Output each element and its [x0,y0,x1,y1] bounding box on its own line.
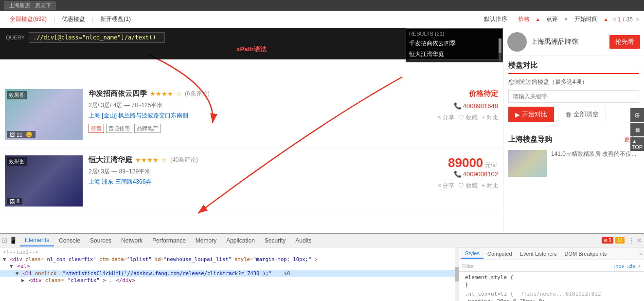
results-list: 千发招商依云四季 恒大江湾华庭 [409,38,500,60]
listing-stars-2: ★★★★ [135,156,159,164]
tab-performance[interactable]: Performance [147,235,191,246]
listing-info-1: 华发招商依云四季 ★★★★ ☆ (6条评论) 2居/ 3居/ 4居 — 78~1… [89,89,405,133]
listing-detail-2: 2居/ 3居 — 89~129平米 [89,168,405,176]
result-item-1: 千发招商依云四季 [409,38,500,49]
fav-btn-1[interactable]: ♡ 收藏 [458,113,477,122]
filter-opening-sort[interactable]: 开始时间 [570,13,603,25]
xpath-query-input[interactable] [29,32,165,43]
listing-detail-1: 2居/ 3居/ 4居 — 78~125平米 [89,101,405,110]
share-float-icon[interactable]: ⊕ [630,108,644,122]
filter-all[interactable]: 全部楼盘(692) [5,13,52,25]
share-btn-1[interactable]: < 分享 [438,113,454,122]
code-line-4[interactable]: ▼ <li onclick= "statisticsClickUrl('//ad… [0,270,459,277]
listing-name-2[interactable]: 恒大江湾华庭 [89,155,132,165]
listing-half-star-1: ☆ [176,90,182,97]
right-tab-more[interactable]: » [639,251,642,257]
tag-brand[interactable]: 品牌地产 [134,124,161,133]
devtools-main: <!--tab1--> ▼ <div class="nl_con clearfi… [0,247,644,301]
top-float-icon[interactable]: ▲TOP [630,137,644,151]
devtools-html-tree: <!--tab1--> ▼ <div class="nl_con clearfi… [0,247,459,301]
devtools-cursor-icon[interactable]: ⊡ [2,237,7,244]
filter-new[interactable]: 新开楼盘(1) [95,13,136,25]
page-wrapper: 上海新房 - 房天下 全部楼盘(692) | 优惠楼盘 | 新开楼盘(1) 默认… [0,0,644,301]
thumb-count-1: 🖼 11 😊 [7,131,36,138]
browser-tab[interactable]: 上海新房 - 房天下 [4,1,56,10]
share-btn-2[interactable]: < 分享 [438,182,454,190]
thumb-count-2: 🖼 8 [7,198,22,205]
listing-location-2[interactable]: 上海 浦东 三闸路4366弄 [89,178,405,186]
guide-section-header: 上海楼盘导购 更多> [503,131,644,148]
tag-sale[interactable]: 待售 [89,124,104,133]
fav-btn-2[interactable]: ♡ 收藏 [458,182,477,190]
guide-thumb-row: 141.0㎡精致精装房 改善的不仅... [503,148,644,179]
devtools-right-tabs: Styles Computed Event Listeners DOM Brea… [459,247,644,260]
tab-elements[interactable]: Elements [20,235,54,246]
compare-subtitle: 您浏览过的楼盘（最多选4项） [508,78,639,86]
results-title: RESULTS (21) [409,31,500,37]
devtools-more-icon[interactable]: ⋮ [628,237,635,244]
right-tab-dom-breakpoints[interactable]: DOM Breakpoints [561,249,611,258]
listing-actions-2: < 分享 ♡ 收藏 + 对比 [411,182,498,190]
listing-phone-2[interactable]: 📞 4009008102 [411,170,498,178]
right-tab-event-listeners[interactable]: Event Listeners [516,249,561,258]
brand-name: 上海禹洲品牌馆 [531,38,609,46]
filter-promo[interactable]: 优惠楼盘 [57,13,90,25]
listing-thumb-1[interactable]: 效果图 🖼 11 😊 [5,89,83,140]
listing-name-1[interactable]: 华发招商依云四季 [89,89,147,98]
error-badge: ⊗ 5 [602,237,613,244]
right-sidebar: 上海禹洲品牌馆 抢先看 楼盘对比 您浏览过的楼盘（最多选4项） ▶ 开始对比 [503,28,644,233]
right-tab-styles[interactable]: Styles [461,249,483,259]
styles-filter-pseudo[interactable]: :hov [614,263,624,269]
tab-sources[interactable]: Sources [85,235,116,246]
listing-item-1: 效果图 🖼 11 😊 华发招商依云四季 ★★★★ ☆ (6条评论) [0,82,503,148]
styles-filter-cls[interactable]: .cls [627,263,635,269]
compare-btn-2[interactable]: + 对比 [482,182,498,190]
tab-application[interactable]: Application [221,235,260,246]
guide-thumb[interactable] [508,150,547,177]
tag-type[interactable]: 普通住宅 [106,124,132,133]
html-tree-scrollbar[interactable] [455,247,459,301]
listing-thumb-2[interactable]: 效果图 🖼 8 [5,155,83,207]
listing-title-row-1: 华发招商依云四季 ★★★★ ☆ (6条评论) [89,89,405,98]
tab-console[interactable]: Console [54,235,85,246]
styles-filter-add[interactable]: + [638,263,641,269]
devtools-panel: ⊡ 📱 Elements Console Sources Network Per… [0,233,644,301]
code-line-2: ▼ <div class="nl_con clearfix" ctm-data=… [0,256,459,263]
start-compare-btn[interactable]: ▶ 开始对比 [508,107,554,122]
tab-security[interactable]: Security [260,235,290,246]
query-label: QUERY [6,35,25,40]
results-scrollbar[interactable] [499,38,501,61]
warning-badge: 12 [615,237,625,244]
styles-filter-text[interactable]: Filter [462,263,610,269]
devtools-mobile-icon[interactable]: 📱 [9,237,17,244]
grab-btn[interactable]: 抢先看 [609,35,640,49]
guide-title: 上海楼盘导购 [508,135,552,144]
main-content: QUERY xPath语法 RESULTS (21) 千发招商依云四季 恒大江湾… [0,28,503,233]
listing-phone-1[interactable]: 📞 4008981648 [411,102,498,110]
compare-actions: ▶ 开始对比 🗑 全部清空 [508,107,639,122]
code-line-3: ▼ <ul> [0,263,459,270]
qr-float-icon[interactable]: ▦ [630,123,644,136]
tab-memory[interactable]: Memory [191,235,221,246]
filter-price-sort[interactable]: 价格 [513,13,535,25]
listing-review-1: (6条评论) [185,90,210,98]
listing-location-1[interactable]: 上海 [金山] 枫兰路与泾波路交口东南侧 [89,112,405,120]
listing-review-2: (40条评论) [170,156,198,164]
compare-btn-1[interactable]: + 对比 [482,113,498,122]
clear-compare-btn[interactable]: 🗑 全部清空 [558,107,606,122]
tab-network[interactable]: Network [116,235,147,246]
filter-default-sort[interactable]: 默认排序 [479,13,512,25]
styles-filter-row: Filter :hov .cls + [459,260,644,272]
styles-content: element.style { } .nl_con>ul>li { ??zbs/… [459,272,644,301]
devtools-close-icon[interactable]: ✕ [637,237,642,244]
compare-input[interactable] [508,90,639,103]
listing-price-area-1: 价格待定 📞 4008981648 < 分享 ♡ 收藏 + 对比 [411,89,498,122]
filter-rating-sort[interactable]: 点评 [541,13,563,25]
listing-info-2: 恒大江湾华庭 ★★★★ ☆ (40条评论) 2居/ 3居 — 89~129平米 … [89,155,405,190]
brand-logo [507,32,527,52]
tab-audits[interactable]: Audits [290,235,316,246]
listing-price-area-2: 89000 元/㎡ 📞 4009008102 < 分享 ♡ 收藏 + 对比 [411,155,498,190]
right-tab-computed[interactable]: Computed [483,249,516,258]
result-item-2: 恒大江湾华庭 [409,49,500,60]
devtools-tabs: ⊡ 📱 Elements Console Sources Network Per… [0,234,644,247]
